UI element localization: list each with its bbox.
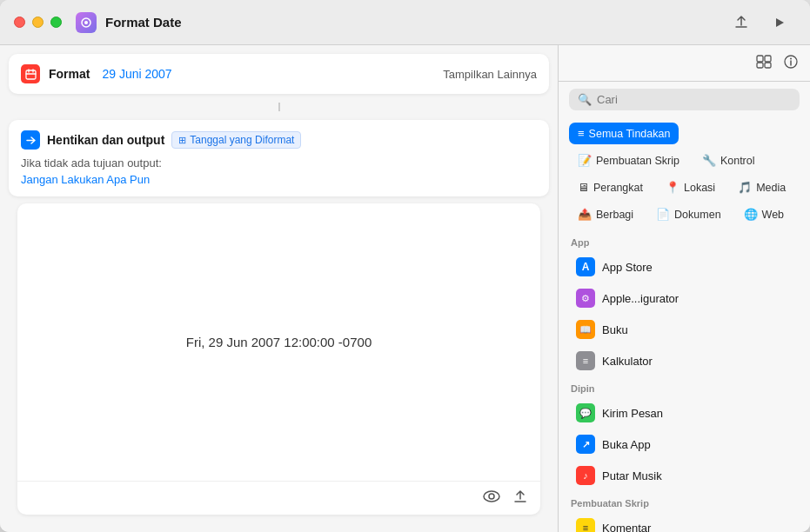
output-icon (21, 130, 40, 150)
search-icon: 🔍 (578, 93, 592, 106)
search-bar: 🔍 (569, 89, 800, 110)
main-content: Format 29 Juni 2007 Tampilkan Lainnya (0, 45, 810, 532)
svg-point-3 (484, 491, 499, 502)
svg-rect-6 (765, 56, 771, 62)
tab-device[interactable]: 🖥 Perangkat (569, 176, 652, 198)
tab-share-icon: 📤 (578, 208, 592, 221)
list-item-label-playmusic: Putar Musik (602, 469, 662, 482)
tab-documents-label: Dokumen (674, 209, 721, 221)
tab-media-icon: 🎵 (738, 181, 752, 194)
preview-text: Fri, 29 Jun 2007 12:00:00 -0700 (186, 335, 372, 349)
right-panel: 🔍 ≡ Semua Tindakan 📝 Pembuatan Skrip 🔧 K… (558, 45, 810, 532)
list-item-icon-playmusic: ♪ (576, 466, 595, 485)
output-card: Hentikan dan output ⊞ Tanggal yang Difor… (9, 120, 549, 196)
preview-area: Fri, 29 Jun 2007 12:00:00 -0700 (17, 203, 540, 515)
list-item-label-books: Buku (602, 323, 628, 336)
svg-point-10 (790, 58, 792, 60)
tab-media[interactable]: 🎵 Media (729, 176, 794, 198)
main-window: Format Date (0, 0, 810, 532)
list-item-books[interactable]: 📖 Buku (569, 314, 800, 345)
list-item-appstore[interactable]: A App Store (569, 251, 800, 283)
svg-point-4 (489, 494, 494, 499)
connector-1 (9, 101, 549, 113)
tag-icon: ⊞ (178, 135, 186, 146)
list-item-calculator[interactable]: ≡ Kalkulator (569, 345, 800, 376)
tab-documents[interactable]: 📄 Dokumen (647, 203, 730, 225)
tab-control[interactable]: 🔧 Kontrol (693, 150, 764, 171)
list-item-label-appstore: App Store (602, 261, 653, 274)
tab-location-icon: 📍 (666, 181, 679, 194)
list-item-label-calculator: Kalkulator (602, 355, 653, 368)
library-button[interactable] (756, 55, 772, 71)
format-card-header: Format 29 Juni 2007 Tampilkan Lainnya (21, 64, 537, 83)
list-item-openapp[interactable]: ↗ Buka App (569, 429, 800, 460)
tab-device-label: Perangkat (593, 182, 643, 194)
tab-documents-icon: 📄 (656, 208, 670, 221)
no-output-action[interactable]: Jangan Lakukan Apa Pun (21, 173, 537, 186)
minimize-button[interactable] (32, 17, 44, 28)
left-panel: Format 29 Juni 2007 Tampilkan Lainnya (0, 45, 558, 532)
app-icon (76, 12, 97, 33)
tab-scripting-label: Pembuatan Skrip (596, 155, 679, 167)
eye-button[interactable] (483, 490, 500, 506)
info-button[interactable] (784, 55, 798, 71)
preview-footer (17, 481, 540, 515)
tab-all-actions[interactable]: ≡ Semua Tindakan (569, 123, 679, 144)
svg-point-1 (84, 21, 88, 24)
right-panel-header (559, 45, 810, 82)
no-output-label: Jika tidak ada tujuan output: (21, 156, 537, 170)
tab-web-icon: 🌐 (744, 208, 758, 221)
format-label: Format (49, 67, 90, 81)
format-icon (21, 64, 40, 83)
svg-rect-5 (757, 56, 763, 62)
svg-rect-7 (757, 63, 763, 68)
list-item-icon-comment: ≡ (576, 518, 595, 532)
list-item-icon-appstore: A (576, 257, 595, 276)
list-item-icon-configurator: ⚙ (576, 289, 595, 308)
list-item-label-openapp: Buka App (602, 438, 651, 451)
window-title: Format Date (105, 15, 730, 30)
tab-all-label: Semua Tindakan (589, 128, 671, 140)
output-label: Hentikan dan output (47, 133, 164, 147)
section-header-scripting: Pembuatan Skrip (569, 491, 800, 512)
section-header-dipin: Dipin (569, 376, 800, 397)
maximize-button[interactable] (50, 17, 62, 28)
show-more-button[interactable]: Tampilkan Lainnya (443, 68, 537, 81)
tab-control-label: Kontrol (720, 155, 755, 167)
tab-location[interactable]: 📍 Lokasi (657, 176, 724, 198)
list-item-messages[interactable]: 💬 Kirim Pesan (569, 397, 800, 429)
close-button[interactable] (14, 17, 25, 28)
list-item-icon-calculator: ≡ (576, 351, 595, 370)
list-item-configurator[interactable]: ⚙ Apple...igurator (569, 283, 800, 314)
list-item-icon-messages: 💬 (576, 403, 595, 422)
titlebar-actions (730, 11, 789, 34)
category-tabs: ≡ Semua Tindakan 📝 Pembuatan Skrip 🔧 Kon… (559, 117, 810, 230)
format-card: Format 29 Juni 2007 Tampilkan Lainnya (9, 54, 549, 94)
tab-web[interactable]: 🌐 Web (735, 203, 793, 225)
search-input[interactable] (597, 93, 791, 106)
share-button[interactable] (730, 11, 753, 34)
list-item-icon-openapp: ↗ (576, 435, 595, 454)
output-tag[interactable]: ⊞ Tanggal yang Diformat (171, 131, 301, 149)
svg-rect-2 (26, 70, 36, 79)
list-item-comment[interactable]: ≡ Komentar (569, 512, 800, 532)
tab-share-label: Berbagi (596, 209, 633, 221)
section-list: App A App Store ⚙ Apple...igurator 📖 Buk… (559, 230, 810, 532)
connector-line (278, 103, 280, 111)
list-item-label-configurator: Apple...igurator (602, 292, 679, 305)
format-date-value[interactable]: 29 Juni 2007 (102, 67, 171, 81)
play-button[interactable] (770, 13, 789, 32)
tab-web-label: Web (762, 209, 784, 221)
tab-media-label: Media (756, 182, 786, 194)
list-item-icon-books: 📖 (576, 320, 595, 339)
traffic-lights (14, 17, 62, 28)
tab-all-icon: ≡ (578, 127, 585, 140)
tab-control-icon: 🔧 (702, 154, 716, 167)
titlebar: Format Date (0, 0, 810, 45)
tab-scripting[interactable]: 📝 Pembuatan Skrip (569, 150, 688, 171)
export-button[interactable] (512, 489, 528, 508)
tab-scripting-icon: 📝 (578, 154, 592, 167)
tab-share[interactable]: 📤 Berbagi (569, 203, 642, 225)
list-item-playmusic[interactable]: ♪ Putar Musik (569, 460, 800, 491)
list-item-label-comment: Komentar (602, 522, 651, 533)
